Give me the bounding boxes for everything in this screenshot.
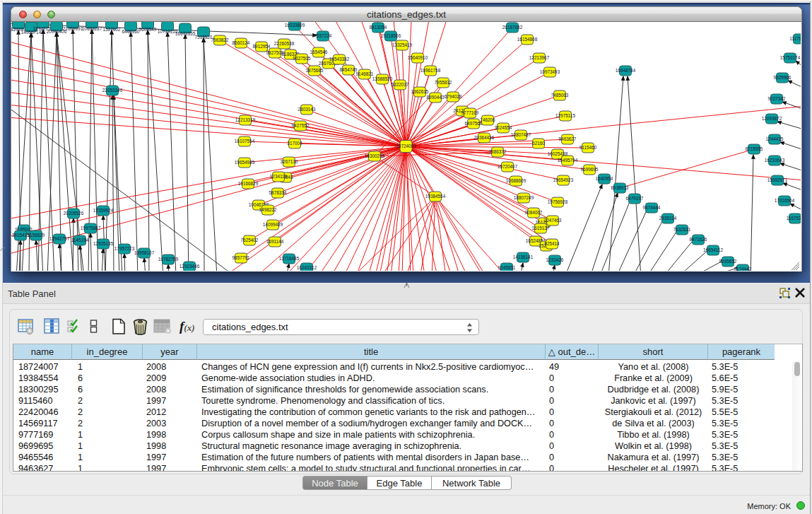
svg-text:5878334: 5878334 [269,190,287,195]
svg-text:1234119: 1234119 [270,174,288,179]
svg-text:2803143: 2803143 [298,107,316,112]
svg-text:10653287: 10653287 [82,26,102,31]
svg-text:10688609: 10688609 [506,178,526,183]
svg-text:7625402: 7625402 [241,238,259,243]
svg-text:21059991: 21059991 [63,26,83,31]
svg-text:17359924: 17359924 [93,208,114,213]
svg-text:18724007: 18724007 [396,144,416,148]
svg-text:18807249: 18807249 [514,195,534,200]
svg-text:17016504: 17016504 [775,198,795,203]
svg-text:9245652: 9245652 [719,259,737,264]
svg-text:16961758: 16961758 [420,68,441,73]
svg-text:1244415: 1244415 [766,136,784,141]
svg-text:14136141: 14136141 [513,255,534,259]
svg-text:7515520: 7515520 [195,35,213,40]
svg-text:1145194: 1145194 [71,238,89,243]
svg-text:8813054: 8813054 [370,25,387,30]
svg-text:16210643: 16210643 [765,158,785,163]
svg-text:3875685: 3875685 [306,68,324,73]
svg-text:8912954: 8912954 [253,44,271,49]
svg-text:19756928: 19756928 [548,199,568,204]
svg-text:16107554: 16107554 [235,139,255,144]
svg-text:746206: 746206 [480,117,495,122]
svg-text:9084067: 9084067 [525,210,543,215]
svg-text:1527602: 1527602 [103,27,121,32]
svg-text:9329966: 9329966 [774,75,792,80]
svg-text:15640910: 15640910 [408,55,428,60]
svg-text:1654546: 1654546 [310,49,328,54]
svg-text:19218506: 19218506 [381,33,401,38]
svg-text:6479197: 6479197 [626,196,644,201]
svg-text:1233426: 1233426 [546,257,564,262]
svg-text:10973493: 10973493 [540,69,560,74]
svg-text:15720407: 15720407 [498,164,518,169]
svg-text:10654112: 10654112 [703,247,723,252]
svg-text:13716485: 13716485 [279,256,300,261]
svg-text:12975115: 12975115 [555,113,575,118]
svg-text:5322037: 5322037 [392,82,409,87]
svg-text:17957223: 17957223 [114,246,135,251]
svg-text:12505135: 12505135 [93,241,114,246]
svg-text:16543382: 16543382 [329,57,350,62]
svg-text:19654923: 19654923 [553,177,574,182]
svg-text:7485063: 7485063 [551,93,569,98]
svg-text:7886372: 7886372 [489,149,507,154]
svg-text:22053346: 22053346 [102,88,123,93]
svg-text:1362615: 1362615 [411,89,429,94]
svg-text:3624554: 3624554 [495,125,512,130]
svg-text:1047463: 1047463 [544,218,562,223]
svg-text:7955812: 7955812 [435,80,452,85]
svg-text:9227342: 9227342 [768,96,786,101]
svg-text:9174442: 9174442 [734,267,752,271]
svg-text:16671355: 16671355 [175,31,196,36]
svg-text:20206526: 20206526 [64,211,84,216]
svg-text:16648784: 16648784 [616,68,636,73]
svg-text:1615137: 1615137 [532,226,550,230]
svg-text:3267130: 3267130 [281,159,298,164]
svg-text:8454749: 8454749 [340,67,358,72]
svg-text:16243312: 16243312 [297,265,317,270]
svg-text:6794028: 6794028 [445,94,462,99]
svg-text:16154808: 16154808 [517,37,538,42]
svg-text:62160: 62160 [532,141,545,146]
svg-text:19654985: 19654985 [235,160,255,165]
svg-text:19975867: 19975867 [81,226,101,230]
svg-text:13588520: 13588520 [372,76,393,81]
svg-text:9245651: 9245651 [498,265,516,270]
svg-text:15751074: 15751074 [780,55,801,60]
svg-text:20364436: 20364436 [474,135,495,140]
svg-text:22260538: 22260538 [274,41,295,46]
svg-text:1167533: 1167533 [787,216,801,221]
svg-text:9427552: 9427552 [292,123,310,128]
svg-text:16033809: 16033809 [285,23,305,28]
svg-text:8660124: 8660124 [233,40,250,45]
svg-text:15495794: 15495794 [558,158,578,163]
svg-text:317004: 317004 [287,141,302,146]
svg-text:16782759: 16782759 [158,257,179,262]
svg-text:12213319: 12213319 [235,117,256,122]
svg-text:9327505: 9327505 [293,56,311,61]
svg-text:18300295: 18300295 [365,153,385,158]
svg-text:8215955: 8215955 [746,146,763,151]
svg-text:2935114: 2935114 [659,216,677,221]
svg-text:8990443: 8990443 [427,95,445,100]
svg-text:12093872: 12093872 [762,116,782,121]
svg-text:9777169: 9777169 [461,110,479,115]
svg-text:7632621: 7632621 [673,227,691,232]
svg-text:9605549: 9605549 [139,27,157,32]
svg-text:9463627: 9463627 [559,136,577,141]
svg-text:1156829: 1156829 [28,233,45,238]
svg-text:15692971: 15692971 [767,177,788,182]
svg-text:9857791: 9857791 [233,255,250,260]
svg-text:7357224: 7357224 [314,33,332,38]
svg-text:8471626: 8471626 [690,237,707,242]
svg-text:1640954: 1640954 [596,176,613,181]
svg-text:12213967: 12213967 [529,55,550,60]
svg-text:7563822: 7563822 [211,37,229,42]
svg-text:19384554: 19384554 [425,194,446,199]
svg-text:9146821: 9146821 [356,71,374,76]
svg-text:9699695: 9699695 [581,167,599,172]
svg-text:6466160: 6466160 [122,29,140,34]
svg-text:12923446: 12923446 [180,264,200,269]
svg-text:14099489: 14099489 [263,222,283,227]
